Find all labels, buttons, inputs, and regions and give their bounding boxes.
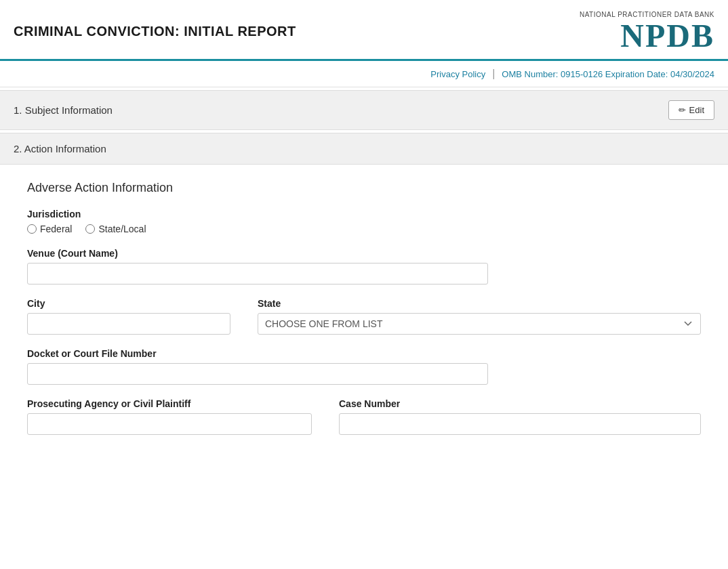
case-number-input[interactable] xyxy=(339,413,701,435)
state-local-radio-label[interactable]: State/Local xyxy=(98,224,146,234)
section1-header: 1. Subject Information ✏ Edit xyxy=(0,90,728,130)
city-label: City xyxy=(27,298,230,309)
state-field: State CHOOSE ONE FROM LIST Alabama Alask… xyxy=(258,298,701,335)
subsection-title: Adverse Action Information xyxy=(27,181,701,195)
prosecuting-case-row: Prosecuting Agency or Civil Plaintiff Ca… xyxy=(27,398,701,435)
city-state-row: City State CHOOSE ONE FROM LIST Alabama … xyxy=(27,298,701,335)
docket-field: Docket or Court File Number xyxy=(27,348,701,385)
section2-header: 2. Action Information xyxy=(0,133,728,165)
federal-radio-input[interactable] xyxy=(27,224,37,234)
page-title: CRIMINAL CONVICTION: INITIAL REPORT xyxy=(14,24,296,39)
info-bar: Privacy Policy | OMB Number: 0915-0126 E… xyxy=(0,61,728,87)
privacy-policy-link[interactable]: Privacy Policy xyxy=(430,69,485,79)
logo-text: NPDB xyxy=(580,20,714,52)
edit-label: Edit xyxy=(689,105,704,115)
section1-title: 1. Subject Information xyxy=(14,104,113,116)
federal-radio-item[interactable]: Federal xyxy=(27,224,72,234)
section2-title: 2. Action Information xyxy=(14,143,106,154)
case-number-field: Case Number xyxy=(339,398,701,435)
jurisdiction-label: Jurisdiction xyxy=(27,209,701,219)
jurisdiction-radio-group: Federal State/Local xyxy=(27,224,701,234)
venue-label: Venue (Court Name) xyxy=(27,248,701,259)
docket-label: Docket or Court File Number xyxy=(27,348,701,359)
state-label: State xyxy=(258,298,701,309)
state-select[interactable]: CHOOSE ONE FROM LIST Alabama Alaska Ariz… xyxy=(258,313,701,335)
edit-button[interactable]: ✏ Edit xyxy=(668,100,714,120)
edit-icon: ✏ xyxy=(679,105,686,115)
jurisdiction-field: Jurisdiction Federal State/Local xyxy=(27,209,701,234)
logo-area: NATIONAL PRACTITIONER DATA BANK NPDB xyxy=(580,11,714,52)
docket-input[interactable] xyxy=(27,363,488,385)
page-header: CRIMINAL CONVICTION: INITIAL REPORT NATI… xyxy=(0,0,728,61)
federal-radio-label[interactable]: Federal xyxy=(40,224,72,234)
case-number-label: Case Number xyxy=(339,398,701,409)
omb-info: OMB Number: 0915-0126 Expiration Date: 0… xyxy=(502,69,714,79)
prosecuting-input[interactable] xyxy=(27,413,312,435)
venue-field: Venue (Court Name) xyxy=(27,248,701,284)
city-field: City xyxy=(27,298,230,335)
state-local-radio-item[interactable]: State/Local xyxy=(85,224,146,234)
city-input[interactable] xyxy=(27,313,230,335)
state-local-radio-input[interactable] xyxy=(85,224,95,234)
prosecuting-field: Prosecuting Agency or Civil Plaintiff xyxy=(27,398,312,435)
info-bar-divider: | xyxy=(492,68,495,80)
form-container: Adverse Action Information Jurisdiction … xyxy=(0,165,728,465)
prosecuting-label: Prosecuting Agency or Civil Plaintiff xyxy=(27,398,312,409)
venue-input[interactable] xyxy=(27,263,488,284)
